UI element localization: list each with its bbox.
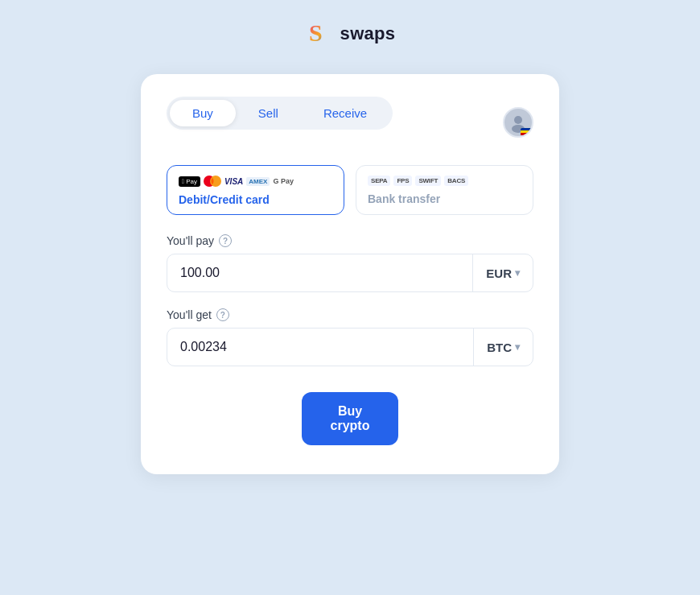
get-input[interactable] [167,328,473,366]
bacs-icon: BACS [444,176,468,186]
swift-icon: SWIFT [415,176,441,186]
app-name: swaps [340,23,396,44]
pay-label-text: You'll pay [167,234,214,247]
debit-card-label: Debit/Credit card [179,193,332,206]
pay-currency-chevron: ▾ [515,267,520,279]
svg-point-2 [514,116,522,124]
debit-card-icons:  Pay VISA AMEX G Pay [179,176,332,187]
swaps-logo-icon: S [305,19,334,48]
pay-help-icon[interactable]: ? [219,234,232,247]
visa-icon: VISA [224,177,243,186]
svg-text:S: S [309,19,323,46]
tab-sell[interactable]: Sell [236,100,301,126]
faster-icon: FPS [393,176,412,186]
pay-currency-selector[interactable]: EUR ▾ [472,254,533,291]
app-header: S swaps [305,19,396,48]
tab-receive[interactable]: Receive [301,100,389,126]
pay-field-row: EUR ▾ [167,254,533,292]
pay-label: You'll pay ? [167,234,533,247]
buy-crypto-button[interactable]: Buy crypto [302,392,398,445]
tab-bar: Buy Sell Receive [167,97,393,130]
payment-card-debit[interactable]:  Pay VISA AMEX G Pay Debit/Credit card [167,165,344,215]
get-label-text: You'll get [167,308,212,321]
bank-icons: SEPA FPS SWIFT BACS [368,176,521,186]
get-help-icon[interactable]: ? [216,308,229,321]
pay-field-group: You'll pay ? EUR ▾ [167,234,533,292]
mastercard-icon [204,176,221,187]
main-card: Buy Sell Receive  Pay [141,74,559,474]
payment-card-bank[interactable]: SEPA FPS SWIFT BACS Bank transfer [356,165,533,215]
get-currency-selector[interactable]: BTC ▾ [473,328,533,366]
apple-pay-icon:  Pay [179,176,200,187]
tab-bar-wrapper: Buy Sell Receive [167,97,533,147]
get-label: You'll get ? [167,308,533,321]
tab-buy[interactable]: Buy [170,100,236,126]
get-currency-label: BTC [487,341,512,354]
payment-methods:  Pay VISA AMEX G Pay Debit/Credit card … [167,165,533,215]
get-field-row: BTC ▾ [167,328,533,366]
avatar-flag [521,128,532,136]
amex-icon: AMEX [246,177,270,186]
pay-currency-label: EUR [486,267,512,280]
gpay-icon: G Pay [273,177,294,185]
avatar[interactable] [503,107,533,138]
sepa-icon: SEPA [368,176,390,186]
get-field-group: You'll get ? BTC ▾ [167,308,533,366]
bank-label: Bank transfer [368,192,521,205]
pay-input[interactable] [167,254,472,291]
get-currency-chevron: ▾ [515,341,520,353]
